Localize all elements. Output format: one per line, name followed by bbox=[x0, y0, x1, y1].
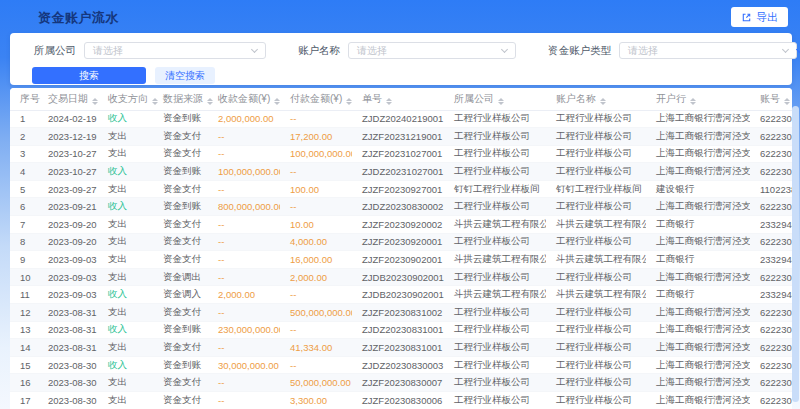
cell-company: 工程行业样板公司 bbox=[444, 110, 546, 128]
cell-direction: 支出 bbox=[98, 233, 153, 251]
column-header-direction[interactable]: 收支方向 bbox=[98, 88, 153, 110]
cell-order-no: ZJZF20230902001 bbox=[352, 251, 444, 269]
column-header-date[interactable]: 交易日期 bbox=[38, 88, 98, 110]
cell-order-no: ZJDB20230902001 bbox=[352, 286, 444, 304]
cell-company: 工程行业样板公司 bbox=[444, 163, 546, 181]
sort-icon bbox=[600, 98, 606, 106]
cell-bank: 工商银行 bbox=[646, 251, 750, 269]
cell-account-name: 工程行业样板公司 bbox=[546, 163, 646, 181]
cell-receive-amount: -- bbox=[208, 216, 280, 234]
column-header-order-no[interactable]: 单号 bbox=[352, 88, 444, 110]
cell-account-name: 工程行业样板公司 bbox=[546, 304, 646, 322]
account-name-select[interactable]: 请选择 bbox=[348, 42, 516, 59]
cell-company: 斗拱云建筑工程有限公司 bbox=[444, 216, 546, 234]
chevron-down-icon bbox=[501, 46, 508, 53]
cell-pay-amount: 500,000,000.00 bbox=[280, 304, 352, 322]
cell-receive-amount: 30,000,000.00 bbox=[208, 356, 280, 374]
cell-direction: 收入 bbox=[98, 321, 153, 339]
cell-receive-amount: -- bbox=[208, 339, 280, 357]
table-row: 82023-09-20支出资金支付--4,000.00ZJZF202309200… bbox=[10, 233, 792, 251]
cell-account-name: 工程行业样板公司 bbox=[546, 321, 646, 339]
company-select-placeholder: 请选择 bbox=[93, 44, 123, 58]
cell-receive-amount: -- bbox=[208, 251, 280, 269]
filter-row: 所属公司 请选择 账户名称 请选择 资金账户类型 请选择 bbox=[10, 33, 792, 59]
cell-company: 工程行业样板公司 bbox=[444, 233, 546, 251]
cell-company: 工程行业样板公司 bbox=[444, 339, 546, 357]
cell-source: 资金到账 bbox=[153, 198, 208, 216]
cell-receive-amount: 2,000,000.00 bbox=[208, 110, 280, 128]
company-select[interactable]: 请选择 bbox=[84, 42, 266, 59]
export-label: 导出 bbox=[756, 10, 778, 25]
cell-index: 4 bbox=[10, 163, 38, 181]
cell-account-no: 23329489 bbox=[750, 251, 792, 269]
export-button[interactable]: 导出 bbox=[731, 7, 788, 27]
column-header-receive-amount[interactable]: 收款金额(¥) bbox=[208, 88, 280, 110]
column-header-account-name[interactable]: 账户名称 bbox=[546, 88, 646, 110]
table-row: 42023-10-27收入资金到账100,000,000.00--ZJDZ202… bbox=[10, 163, 792, 181]
column-header-bank[interactable]: 开户行 bbox=[646, 88, 750, 110]
cell-bank: 上海工商银行漕河泾支行 bbox=[646, 128, 750, 146]
cell-order-no: ZJDZ20230830003 bbox=[352, 356, 444, 374]
cell-company: 工程行业样板公司 bbox=[444, 198, 546, 216]
cell-bank: 上海工商银行漕河泾支行 bbox=[646, 110, 750, 128]
cell-company: 工程行业样板公司 bbox=[444, 356, 546, 374]
account-type-select[interactable]: 请选择 bbox=[619, 42, 797, 59]
clear-search-button[interactable]: 清空搜索 bbox=[155, 67, 215, 84]
cell-order-no: ZJZF20230831001 bbox=[352, 339, 444, 357]
search-button[interactable]: 搜索 bbox=[32, 67, 146, 84]
cell-order-no: ZJDZ20240219001 bbox=[352, 110, 444, 128]
cell-account-no: 622230111 bbox=[750, 198, 792, 216]
cell-index: 6 bbox=[10, 198, 38, 216]
cell-date: 2023-10-27 bbox=[38, 163, 98, 181]
cell-account-no: 622230111 bbox=[750, 339, 792, 357]
cell-index: 16 bbox=[10, 374, 38, 392]
cell-account-name: 斗拱云建筑工程有限公司 bbox=[546, 286, 646, 304]
cell-source: 资金支付 bbox=[153, 180, 208, 198]
scrollbar-thumb[interactable] bbox=[792, 106, 799, 402]
cell-date: 2023-08-31 bbox=[38, 321, 98, 339]
cell-direction: 支出 bbox=[98, 392, 153, 409]
cell-bank: 上海工商银行漕河泾支行 bbox=[646, 356, 750, 374]
cell-source: 资金支付 bbox=[153, 374, 208, 392]
cell-company: 工程行业样板公司 bbox=[444, 304, 546, 322]
company-filter: 所属公司 请选择 bbox=[34, 42, 266, 59]
cell-account-no: 23329489 bbox=[750, 216, 792, 234]
column-header-source[interactable]: 数据来源 bbox=[153, 88, 208, 110]
column-header-account-no[interactable]: 账号 bbox=[750, 88, 792, 110]
cell-direction: 收入 bbox=[98, 198, 153, 216]
sort-icon bbox=[784, 98, 790, 106]
cell-direction: 收入 bbox=[98, 356, 153, 374]
cell-pay-amount: -- bbox=[280, 356, 352, 374]
cell-bank: 上海工商银行漕河泾支行 bbox=[646, 163, 750, 181]
cell-index: 9 bbox=[10, 251, 38, 269]
cell-account-no: 23329489 bbox=[750, 286, 792, 304]
table-row: 132023-08-31收入资金到账230,000,000.00--ZJDZ20… bbox=[10, 321, 792, 339]
filter-panel: 所属公司 请选择 账户名称 请选择 资金账户类型 请选择 bbox=[10, 33, 792, 85]
sort-icon bbox=[346, 98, 352, 106]
column-header-pay-amount[interactable]: 付款金额(¥) bbox=[280, 88, 352, 110]
cell-company: 工程行业样板公司 bbox=[444, 392, 546, 409]
cell-receive-amount: 100,000,000.00 bbox=[208, 163, 280, 181]
cell-source: 资金支付 bbox=[153, 339, 208, 357]
cell-index: 7 bbox=[10, 216, 38, 234]
cell-date: 2023-09-03 bbox=[38, 251, 98, 269]
cell-account-name: 工程行业样板公司 bbox=[546, 110, 646, 128]
column-header-company[interactable]: 所属公司 bbox=[444, 88, 546, 110]
cell-account-no: 622230111 bbox=[750, 145, 792, 163]
cell-date: 2023-09-21 bbox=[38, 198, 98, 216]
sort-icon bbox=[498, 98, 504, 106]
cell-account-name: 工程行业样板公司 bbox=[546, 374, 646, 392]
cell-account-no: 11022382 bbox=[750, 180, 792, 198]
table-row: 112023-09-03收入资金调入2,000.00--ZJDB20230902… bbox=[10, 286, 792, 304]
table-row: 172023-08-30支出资金支付--3,300.00ZJZF20230830… bbox=[10, 392, 792, 409]
cell-direction: 收入 bbox=[98, 163, 153, 181]
cell-account-name: 工程行业样板公司 bbox=[546, 392, 646, 409]
table-card: 序号交易日期收支方向数据来源收款金额(¥)付款金额(¥)单号所属公司账户名称开户… bbox=[10, 88, 792, 409]
cell-direction: 支出 bbox=[98, 251, 153, 269]
cell-index: 11 bbox=[10, 286, 38, 304]
table-row: 12024-02-19收入资金到账2,000,000.00--ZJDZ20240… bbox=[10, 110, 792, 128]
cell-pay-amount: -- bbox=[280, 110, 352, 128]
cell-direction: 支出 bbox=[98, 145, 153, 163]
cell-pay-amount: 100.00 bbox=[280, 180, 352, 198]
cell-receive-amount: 2,000.00 bbox=[208, 286, 280, 304]
